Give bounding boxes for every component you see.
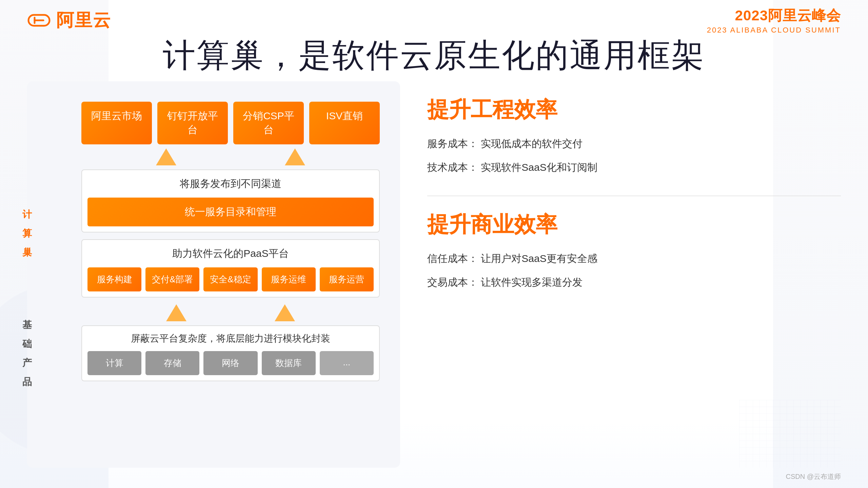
channel-csp: 分销CSP平台	[233, 102, 304, 144]
svg-marker-6	[275, 304, 295, 321]
business-item-0-text: 让用户对SaaS更有安全感	[481, 253, 597, 264]
summit-year: 2023阿里云峰会	[707, 6, 841, 25]
channel-dingding: 钉钉开放平台	[157, 102, 228, 144]
engineering-item-0-label: 服务成本：	[427, 138, 478, 149]
product-storage: 存储	[145, 351, 199, 375]
unified-service-box: 将服务发布到不同渠道 统一服务目录和管理	[81, 169, 380, 232]
foundation-products-row: 计算 存储 网络 数据库 ...	[82, 351, 379, 381]
business-title: 提升商业效率	[427, 210, 841, 239]
product-database: 数据库	[262, 351, 316, 375]
business-item-1: 交易成本： 让软件实现多渠道分发	[427, 273, 841, 291]
paas-service-0: 服务构建	[87, 267, 141, 291]
arrow-up-4	[275, 304, 295, 321]
business-item-1-text: 让软件实现多渠道分发	[481, 277, 583, 288]
svg-marker-4	[285, 148, 305, 165]
main-title-container: 计算巢，是软件云原生化的通用框架	[0, 34, 868, 78]
summit-subtitle: 2023 ALIBABA CLOUD SUMMIT	[707, 26, 841, 35]
footer: CSDN @云布道师	[786, 472, 841, 481]
svg-marker-5	[166, 304, 186, 321]
engineering-item-1-text: 实现软件SaaS化和订阅制	[481, 162, 597, 173]
publish-title: 将服务发布到不同渠道	[82, 170, 379, 198]
engineering-title: 提升工程效率	[427, 95, 841, 124]
section-divider	[427, 196, 841, 196]
arrow-up-2	[285, 148, 305, 165]
foundation-label: 基 础 产 品	[14, 316, 41, 391]
foundation-wrapper: 基 础 产 品 屏蔽云平台复杂度，将底层能力进行模块化封装 计算 存储 网络 数…	[47, 325, 380, 381]
paas-service-4: 服务运营	[320, 267, 374, 291]
product-network: 网络	[203, 351, 257, 375]
catalog-bar: 统一服务目录和管理	[87, 198, 374, 226]
arrow-up-3	[166, 304, 186, 321]
section-engineering: 提升工程效率 服务成本： 实现低成本的软件交付 技术成本： 实现软件SaaS化和…	[427, 95, 841, 182]
product-compute: 计算	[87, 351, 141, 375]
engineering-item-1-label: 技术成本：	[427, 162, 478, 173]
diagram-container: 阿里云市场 钉钉开放平台 分销CSP平台 ISV直销 计 算 巢	[27, 81, 400, 468]
info-panel: 提升工程效率 服务成本： 实现低成本的软件交付 技术成本： 实现软件SaaS化和…	[427, 81, 841, 468]
engineering-item-0-text: 实现低成本的软件交付	[481, 138, 583, 149]
logo-text: 阿里云	[56, 8, 111, 32]
channel-row: 阿里云市场 钉钉开放平台 分销CSP平台 ISV直销	[81, 102, 380, 144]
summit-info: 2023阿里云峰会 2023 ALIBABA CLOUD SUMMIT	[707, 6, 841, 35]
paas-service-3: 服务运维	[262, 267, 316, 291]
paas-title: 助力软件云化的PaaS平台	[82, 240, 379, 267]
engineering-item-1: 技术成本： 实现软件SaaS化和订阅制	[427, 158, 841, 177]
arrow-row-2	[81, 304, 380, 321]
paas-service-2: 安全&稳定	[203, 267, 257, 291]
arrow-row-1	[81, 148, 380, 165]
content-area: 阿里云市场 钉钉开放平台 分销CSP平台 ISV直销 计 算 巢	[27, 81, 841, 468]
channel-aliyun-market: 阿里云市场	[81, 102, 152, 144]
engineering-item-0: 服务成本： 实现低成本的软件交付	[427, 135, 841, 153]
channel-isv: ISV直销	[309, 102, 380, 144]
jisuanchao-label: 计 算 巢	[14, 205, 41, 262]
paas-box: 助力软件云化的PaaS平台 服务构建 交付&部署 安全&稳定 服务运维 服务运营	[81, 239, 380, 298]
product-more: ...	[320, 351, 374, 375]
paas-services-row: 服务构建 交付&部署 安全&稳定 服务运维 服务运营	[82, 267, 379, 297]
foundation-title: 屏蔽云平台复杂度，将底层能力进行模块化封装	[82, 326, 379, 351]
logo-container: 阿里云	[27, 8, 111, 32]
business-item-1-label: 交易成本：	[427, 277, 478, 288]
unified-section-wrapper: 计 算 巢 将服务发布到不同渠道 统一服务目录和管理 助力软件云化的PaaS平台…	[47, 169, 380, 298]
foundation-box: 屏蔽云平台复杂度，将底层能力进行模块化封装 计算 存储 网络 数据库 ...	[81, 325, 380, 381]
svg-marker-3	[156, 148, 176, 165]
business-item-0-label: 信任成本：	[427, 253, 478, 264]
paas-service-1: 交付&部署	[145, 267, 199, 291]
arrow-up-1	[156, 148, 176, 165]
aliyun-logo-icon	[27, 10, 51, 30]
section-business: 提升商业效率 信任成本： 让用户对SaaS更有安全感 交易成本： 让软件实现多渠…	[427, 210, 841, 297]
business-item-0: 信任成本： 让用户对SaaS更有安全感	[427, 249, 841, 268]
page-title: 计算巢，是软件云原生化的通用框架	[0, 34, 868, 78]
footer-text: CSDN @云布道师	[786, 473, 841, 480]
